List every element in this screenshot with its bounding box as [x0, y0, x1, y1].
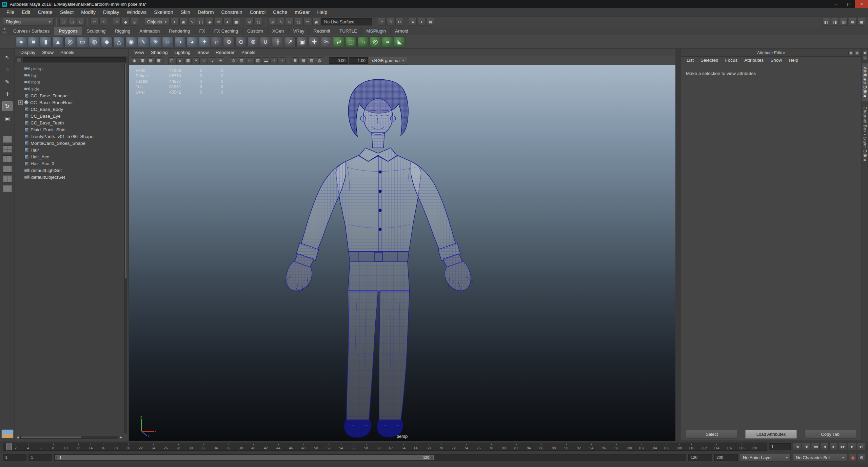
- outliner-item-montecarlo-shoes-shape[interactable]: MonteCarlo_Shoes_Shape: [15, 140, 128, 147]
- fill-hole-icon[interactable]: ▣: [296, 36, 308, 48]
- snap-to-grid-icon[interactable]: ⊞: [268, 18, 276, 26]
- camera-attributes-icon[interactable]: ▣: [139, 57, 146, 64]
- safe-title-icon[interactable]: ▪: [279, 57, 286, 64]
- grid-toggle-icon[interactable]: ⊞: [292, 57, 299, 64]
- poly-helix-icon[interactable]: ∿: [138, 36, 149, 48]
- menu-modify[interactable]: Modify: [77, 8, 99, 17]
- shelf-tab-fx[interactable]: FX: [195, 27, 210, 35]
- attribute-editor-menu-list[interactable]: List: [683, 56, 697, 64]
- image-plane-icon[interactable]: ▦: [155, 57, 162, 64]
- current-frame-marker[interactable]: [6, 443, 12, 450]
- edge-flow-icon[interactable]: ≈: [382, 36, 393, 48]
- anim-layer-selector[interactable]: No Anim Layer ▾: [740, 454, 791, 462]
- outliner-menu-panels[interactable]: Panels: [57, 48, 78, 57]
- safe-action-icon[interactable]: ▫: [271, 57, 278, 64]
- minimize-button[interactable]: ─: [829, 0, 842, 8]
- menu-display[interactable]: Display: [99, 8, 123, 17]
- mask-deformers-icon[interactable]: ◈: [206, 18, 214, 26]
- menu-constrain[interactable]: Constrain: [218, 8, 246, 17]
- shelf-tab-animation[interactable]: Animation: [135, 27, 164, 35]
- menu-file[interactable]: File: [3, 8, 18, 17]
- menu-deform[interactable]: Deform: [194, 8, 218, 17]
- multi-cut-icon[interactable]: ✂: [321, 36, 332, 48]
- attribute-editor-menu-attributes[interactable]: Attributes: [741, 56, 767, 64]
- lasso-tool[interactable]: ◌: [2, 64, 13, 75]
- time-slider[interactable]: 2468101214161820222426283032343638404244…: [3, 443, 767, 451]
- scroll-left-icon[interactable]: ◀: [16, 436, 20, 439]
- output-connections-icon[interactable]: ↰: [387, 18, 394, 26]
- menu-create[interactable]: Create: [34, 8, 56, 17]
- layout-custom[interactable]: [3, 185, 12, 192]
- render-icon[interactable]: ●: [409, 18, 417, 26]
- play-backwards-button[interactable]: ◀: [820, 443, 829, 450]
- panel-menu-icon[interactable]: ▤: [854, 50, 860, 55]
- bridge-icon[interactable]: ∩: [357, 36, 369, 48]
- shelf-tab-menu-icon[interactable]: ▾: [2, 27, 7, 31]
- shelf-tab-redshift[interactable]: Redshift: [309, 27, 335, 35]
- mask-surfaces-icon[interactable]: ▢: [197, 18, 205, 26]
- rotate-tool[interactable]: ↻: [2, 101, 13, 111]
- layout-three-pane[interactable]: [3, 175, 12, 182]
- shelf-tab-xgen[interactable]: XGen: [268, 27, 289, 35]
- show-attribute-editor-icon[interactable]: ▥: [840, 18, 848, 26]
- shelf-tab-msplugin[interactable]: MSPlugin: [362, 27, 391, 35]
- viewport-menu-view[interactable]: View: [131, 48, 147, 57]
- viewport-menu-shading[interactable]: Shading: [147, 48, 171, 57]
- menu-edit[interactable]: Edit: [18, 8, 34, 17]
- layout-persp-outliner[interactable]: [3, 155, 12, 163]
- occlusion-icon[interactable]: ◒: [209, 57, 216, 64]
- lock-selection-icon[interactable]: ⊘: [246, 18, 254, 26]
- playback-start-field[interactable]: 1: [3, 454, 26, 461]
- scale-tool[interactable]: ▣: [2, 113, 13, 123]
- boolean-difference-icon[interactable]: ⊖: [235, 36, 247, 48]
- outliner-menu-display[interactable]: Display: [17, 48, 39, 57]
- show-modeling-toolkit-icon[interactable]: ◧: [822, 18, 830, 26]
- shelf-tab-vray[interactable]: VRay: [289, 27, 309, 35]
- attribute-editor-menu-focus[interactable]: Focus: [722, 56, 741, 64]
- snap-to-projected-center-icon[interactable]: ◎: [295, 18, 302, 26]
- separate-icon[interactable]: ∦: [272, 36, 283, 48]
- film-gate-icon[interactable]: ▬: [262, 57, 270, 64]
- target-weld-icon[interactable]: ◎: [370, 36, 381, 48]
- copy-tab-button[interactable]: Copy Tab: [804, 430, 856, 439]
- collapse-panel-icon[interactable]: ✕: [863, 56, 867, 61]
- gamma-field[interactable]: 1.00: [349, 57, 368, 64]
- shelf-tab-arnold[interactable]: Arnold: [391, 27, 413, 35]
- poly-sphere-icon[interactable]: ●: [16, 36, 27, 48]
- shelf-tab-sculpting[interactable]: Sculpting: [82, 27, 111, 35]
- poly-plane-icon[interactable]: ▭: [77, 36, 88, 48]
- wireframe-icon[interactable]: ▢: [168, 57, 175, 64]
- snap-to-point-icon[interactable]: ⊙: [286, 18, 294, 26]
- outliner-item-defaultlightset[interactable]: defaultLightSet: [15, 167, 128, 174]
- boolean-intersection-icon[interactable]: ⊗: [248, 36, 259, 48]
- outliner-menu-show[interactable]: Show: [39, 48, 57, 57]
- layout-single-perspective[interactable]: [3, 136, 12, 143]
- sidebar-tab-attribute-editor[interactable]: Attribute Editor: [862, 63, 868, 101]
- scroll-right-icon[interactable]: ▶: [119, 436, 123, 439]
- outliner-item-hair[interactable]: Hair: [15, 147, 128, 153]
- attribute-editor-menu-show[interactable]: Show: [767, 56, 785, 64]
- snap-to-view-plane-icon[interactable]: ▭: [303, 18, 311, 26]
- menu-select[interactable]: Select: [56, 8, 77, 17]
- range-slider[interactable]: 1 120: [54, 454, 686, 461]
- character-model-wireframe[interactable]: [129, 65, 675, 441]
- auto-keyframe-icon[interactable]: ◉: [849, 454, 856, 461]
- save-scene-icon[interactable]: ⊟: [77, 18, 85, 26]
- viewport-menu-renderer[interactable]: Renderer: [212, 48, 238, 57]
- super-ellipse-icon[interactable]: ◑: [174, 36, 186, 48]
- bevel-icon[interactable]: ◣: [394, 36, 406, 48]
- input-connections-icon[interactable]: ↱: [378, 18, 386, 26]
- outliner-horizontal-scrollbar[interactable]: ◀ ▶: [15, 435, 124, 440]
- animation-preferences-icon[interactable]: ⚙: [858, 454, 865, 461]
- menu-mgear[interactable]: mGear: [291, 8, 313, 17]
- combine-icon[interactable]: ∪: [260, 36, 271, 48]
- shelf-options-icon[interactable]: ≡: [2, 31, 7, 34]
- step-back-key-button[interactable]: ◀◀: [811, 443, 820, 450]
- scene-thumbnail-icon[interactable]: [1, 429, 14, 438]
- poly-pyramid-icon[interactable]: △: [113, 36, 125, 48]
- poly-cone-icon[interactable]: ▲: [52, 36, 64, 48]
- viewport-3d-view[interactable]: Verts:4195800Edges:8675000Faces:4487700T…: [129, 65, 675, 441]
- shelf-tab-rendering[interactable]: Rendering: [164, 27, 195, 35]
- mask-handles-icon[interactable]: ⌖: [171, 18, 178, 26]
- boolean-union-icon[interactable]: ⊕: [223, 36, 235, 48]
